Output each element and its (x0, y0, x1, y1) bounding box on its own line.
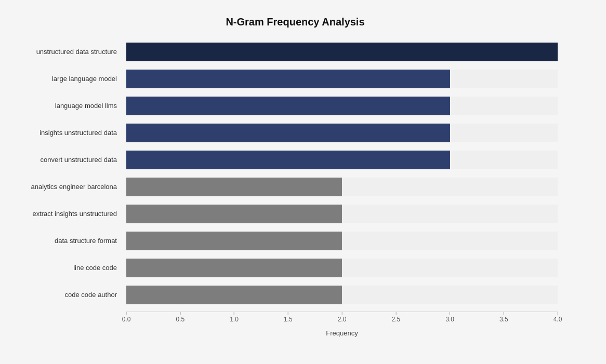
x-tick-line (504, 312, 504, 315)
bar-fill (126, 286, 342, 304)
bar-row: language model llms (126, 92, 558, 119)
bar-row: unstructured data structure (126, 38, 558, 65)
bar-background (126, 97, 558, 115)
bar-row: code code author (126, 281, 558, 308)
chart-container: N-Gram Frequency Analysis unstructured d… (17, 6, 589, 359)
x-tick-label: 1.0 (230, 316, 239, 323)
x-tick-label: 2.0 (338, 316, 347, 323)
bar-label: extract insights unstructured (17, 210, 121, 218)
chart-title: N-Gram Frequency Analysis (22, 16, 568, 28)
bar-background (126, 43, 558, 61)
bar-background (126, 124, 558, 142)
x-tick-label: 3.5 (499, 316, 508, 323)
x-tick-label: 3.0 (445, 316, 454, 323)
bar-background (126, 178, 558, 196)
x-axis-title: Frequency (126, 329, 558, 337)
bar-label: unstructured data structure (17, 48, 121, 56)
x-tick: 3.5 (499, 312, 508, 323)
x-tick: 0.5 (176, 312, 185, 323)
x-tick-label: 2.5 (391, 316, 400, 323)
x-tick: 2.5 (391, 312, 400, 323)
bar-label: insights unstructured data (17, 129, 121, 137)
bar-row: convert unstructured data (126, 146, 558, 173)
bar-row: insights unstructured data (126, 119, 558, 146)
bar-background (126, 205, 558, 223)
bar-fill (126, 205, 342, 223)
x-tick-label: 4.0 (554, 316, 562, 323)
bars-wrapper: unstructured data structurelarge languag… (22, 38, 568, 308)
bar-label: line code code (17, 264, 121, 272)
bar-fill (126, 97, 450, 115)
x-tick-line (396, 312, 396, 315)
bar-fill (126, 151, 450, 169)
bar-label: analytics engineer barcelona (17, 183, 121, 191)
bar-fill (126, 43, 558, 61)
x-tick-line (126, 312, 127, 315)
x-tick: 2.0 (338, 312, 347, 323)
x-tick-line (234, 312, 234, 315)
bar-row: line code code (126, 254, 558, 281)
bar-background (126, 151, 558, 169)
bar-label: convert unstructured data (17, 156, 121, 164)
bar-label: data structure format (17, 237, 121, 245)
bar-background (126, 286, 558, 304)
bar-label: language model llms (17, 102, 121, 110)
bar-row: extract insights unstructured (126, 200, 558, 227)
x-tick-line (450, 312, 450, 315)
x-tick-label: 0.5 (176, 316, 185, 323)
x-tick: 0.0 (122, 312, 131, 323)
bar-label: code code author (17, 291, 121, 299)
bar-fill (126, 232, 342, 250)
bar-fill (126, 70, 450, 88)
bar-background (126, 259, 558, 277)
x-tick: 1.0 (230, 312, 239, 323)
bar-row: data structure format (126, 227, 558, 254)
chart-area: unstructured data structurelarge languag… (22, 38, 568, 308)
bar-row: analytics engineer barcelona (126, 173, 558, 200)
x-tick-line (180, 312, 180, 315)
x-tick-line (558, 312, 558, 315)
x-tick-label: 1.5 (284, 316, 293, 323)
bar-label: large language model (17, 75, 121, 83)
x-tick-label: 0.0 (122, 316, 131, 323)
x-axis: 0.00.51.01.52.02.53.03.54.0 (126, 312, 558, 327)
x-tick: 1.5 (284, 312, 293, 323)
x-tick: 3.0 (445, 312, 454, 323)
bar-row: large language model (126, 65, 558, 92)
x-tick-line (288, 312, 288, 315)
bar-fill (126, 124, 450, 142)
bar-fill (126, 178, 342, 196)
x-tick-line (342, 312, 342, 315)
bar-background (126, 70, 558, 88)
bar-background (126, 232, 558, 250)
bar-fill (126, 259, 342, 277)
x-tick: 4.0 (554, 312, 562, 323)
